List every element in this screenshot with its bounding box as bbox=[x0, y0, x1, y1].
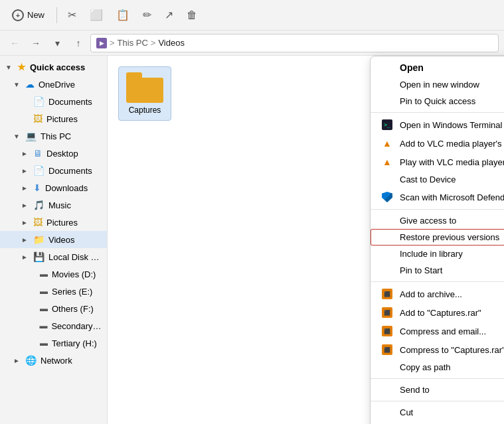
expand-pictures2-icon: ► bbox=[21, 219, 29, 226]
sidebar-item-pictures[interactable]: 🖼 Pictures bbox=[0, 110, 107, 127]
sidebar-item-series[interactable]: ▬ Series (E:) bbox=[0, 283, 107, 300]
ctx-restore-versions[interactable]: Restore previous versions bbox=[371, 229, 504, 246]
ctx-archive-icon-1: ⬛ bbox=[381, 288, 393, 300]
ctx-archive-icon-3: ⬛ bbox=[381, 325, 393, 337]
ctx-scan-defender-label: Scan with Microsoft Defender... bbox=[400, 192, 504, 202]
toolbar-sep-1 bbox=[56, 7, 57, 23]
sidebar-item-documents2[interactable]: ► 📄 Documents bbox=[0, 162, 107, 179]
up-button[interactable]: ↑ bbox=[69, 34, 88, 52]
ctx-scan-defender[interactable]: Scan with Microsoft Defender... bbox=[371, 188, 504, 206]
sidebar-item-localdisk[interactable]: ► 💾 Local Disk (C:) bbox=[0, 248, 107, 265]
ctx-cast-device[interactable]: Cast to Device ► bbox=[371, 171, 504, 188]
secondary-disk-icon: ▬ bbox=[39, 321, 47, 330]
sidebar-item-desktop[interactable]: ► 🖥 Desktop bbox=[0, 145, 107, 162]
sidebar-item-others[interactable]: ▬ Others (F:) bbox=[0, 300, 107, 317]
ctx-cast-device-label: Cast to Device bbox=[400, 175, 456, 184]
ctx-add-archive[interactable]: ⬛ Add to archive... bbox=[371, 285, 504, 303]
expand-documents2-icon: ► bbox=[21, 167, 29, 175]
ctx-archive-icon-4: ⬛ bbox=[381, 344, 393, 356]
content-area: Captures Open Open in new window Pin to … bbox=[108, 56, 504, 424]
ctx-compress-email[interactable]: ⬛ Compress and email... bbox=[371, 322, 504, 340]
rename-button[interactable]: ✏ bbox=[137, 6, 157, 24]
archive-box-1: ⬛ bbox=[382, 289, 392, 299]
sidebar-item-tertiary[interactable]: ▬ Tertiary (H:) bbox=[0, 334, 107, 352]
ctx-play-vlc-label: Play with VLC media player bbox=[400, 157, 504, 167]
sidebar-item-secondary[interactable]: ▬ Secondary (G:) bbox=[0, 317, 107, 334]
path-icon: ▶ bbox=[96, 38, 107, 48]
new-button[interactable]: + New bbox=[5, 7, 51, 24]
ctx-terminal-icon: >_ bbox=[381, 119, 393, 131]
sidebar-item-pictures2[interactable]: ► 🖼 Pictures bbox=[0, 214, 107, 231]
back-button[interactable]: ← bbox=[5, 34, 24, 52]
share-button[interactable]: ↗ bbox=[159, 6, 179, 24]
ctx-pin-start[interactable]: Pin to Start bbox=[371, 262, 504, 279]
ctx-add-vlc-playlist-label: Add to VLC media player's Playlist bbox=[400, 139, 504, 149]
defender-shield-icon bbox=[382, 192, 392, 202]
ctx-compress-captures-email[interactable]: ⬛ Compress to "Captures.rar" and email bbox=[371, 340, 504, 359]
expand-localdisk-icon: ► bbox=[21, 253, 29, 261]
ctx-give-access-label: Give access to bbox=[400, 216, 456, 226]
sidebar-item-network[interactable]: ► 🌐 Network bbox=[0, 352, 107, 369]
ctx-add-captures-rar[interactable]: ⬛ Add to "Captures.rar" bbox=[371, 303, 504, 322]
sidebar-item-quick-access[interactable]: ▼ ★ Quick access bbox=[0, 58, 107, 76]
recent-button[interactable]: ▾ bbox=[48, 34, 66, 52]
cut-button[interactable]: ✂ bbox=[62, 6, 82, 24]
toolbar: + New ✂ ⬜ 📋 ✏ ↗ 🗑 bbox=[0, 0, 504, 31]
ctx-pin-quick-access-label: Pin to Quick access bbox=[400, 96, 475, 106]
copy-icon-button[interactable]: ⬜ bbox=[84, 6, 108, 24]
thispc-label: This PC bbox=[41, 131, 71, 141]
expand-desktop-icon: ► bbox=[21, 150, 29, 157]
sidebar-item-videos[interactable]: ► 📁 Videos bbox=[0, 231, 107, 248]
sidebar-item-documents[interactable]: 📄 Documents bbox=[0, 93, 107, 110]
sidebar-item-music[interactable]: ► 🎵 Music bbox=[0, 196, 107, 214]
ctx-sep-5 bbox=[371, 401, 504, 401]
downloads-icon: ⬇ bbox=[33, 182, 41, 193]
ctx-send-to[interactable]: Send to ► bbox=[371, 382, 504, 398]
ctx-pin-start-label: Pin to Start bbox=[400, 265, 442, 275]
ctx-open-terminal[interactable]: >_ Open in Windows Terminal bbox=[371, 115, 504, 134]
network-icon: 🌐 bbox=[25, 355, 37, 366]
ctx-archive-icon-2: ⬛ bbox=[381, 307, 393, 318]
ctx-give-access[interactable]: Give access to ► bbox=[371, 212, 504, 229]
sidebar: ▼ ★ Quick access ▼ ☁ OneDrive 📄 Document… bbox=[0, 56, 108, 424]
ctx-play-vlc[interactable]: Play with VLC media player bbox=[371, 153, 504, 171]
forward-button[interactable]: → bbox=[27, 34, 45, 52]
sidebar-item-thispc[interactable]: ▼ 💻 This PC bbox=[0, 127, 107, 145]
ctx-open-label: Open bbox=[400, 62, 424, 73]
documents-folder-icon: 📄 bbox=[33, 96, 44, 107]
ctx-open[interactable]: Open bbox=[371, 59, 504, 76]
movies-disk-icon: ▬ bbox=[40, 269, 48, 279]
ctx-cut-label: Cut bbox=[400, 407, 413, 417]
ctx-sep-2 bbox=[371, 209, 504, 210]
ctx-cut[interactable]: Cut bbox=[371, 404, 504, 421]
videos-icon: 📁 bbox=[33, 234, 44, 245]
expand-videos-icon: ► bbox=[21, 236, 29, 244]
ctx-sep-4 bbox=[371, 378, 504, 379]
ctx-pin-quick-access[interactable]: Pin to Quick access bbox=[371, 93, 504, 109]
archive-box-3: ⬛ bbox=[382, 326, 392, 336]
ctx-compress-captures-email-label: Compress to "Captures.rar" and email bbox=[400, 345, 504, 355]
ctx-include-library[interactable]: Include in library ► bbox=[371, 246, 504, 262]
ctx-open-terminal-label: Open in Windows Terminal bbox=[400, 120, 502, 130]
ctx-copy-path[interactable]: Copy as path bbox=[371, 359, 504, 376]
sidebar-item-onedrive[interactable]: ▼ ☁ OneDrive bbox=[0, 76, 107, 93]
address-box[interactable]: ▶ > This PC > Videos bbox=[90, 34, 499, 52]
sidebar-item-downloads[interactable]: ► ⬇ Downloads bbox=[0, 179, 107, 196]
ctx-sep-1 bbox=[371, 112, 504, 113]
expand-network-icon: ► bbox=[13, 357, 21, 364]
sidebar-item-movies[interactable]: ▬ Movies (D:) bbox=[0, 265, 107, 283]
folder-label: Captures bbox=[129, 106, 161, 115]
music-label: Music bbox=[48, 200, 71, 210]
expand-music-icon: ► bbox=[21, 202, 29, 209]
ctx-copy[interactable]: Copy bbox=[371, 421, 504, 424]
captures-folder[interactable]: Captures bbox=[118, 66, 171, 121]
thispc-icon: 💻 bbox=[25, 131, 37, 141]
main-layout: ▼ ★ Quick access ▼ ☁ OneDrive 📄 Document… bbox=[0, 56, 504, 424]
archive-box-4: ⬛ bbox=[382, 344, 392, 355]
ctx-add-vlc-playlist[interactable]: Add to VLC media player's Playlist bbox=[371, 134, 504, 153]
desktop-icon: 🖥 bbox=[33, 148, 42, 159]
delete-button[interactable]: 🗑 bbox=[181, 7, 203, 24]
paste-icon-button[interactable]: 📋 bbox=[111, 6, 135, 24]
terminal-icon-box: >_ bbox=[382, 119, 392, 130]
ctx-open-new-window[interactable]: Open in new window bbox=[371, 76, 504, 93]
